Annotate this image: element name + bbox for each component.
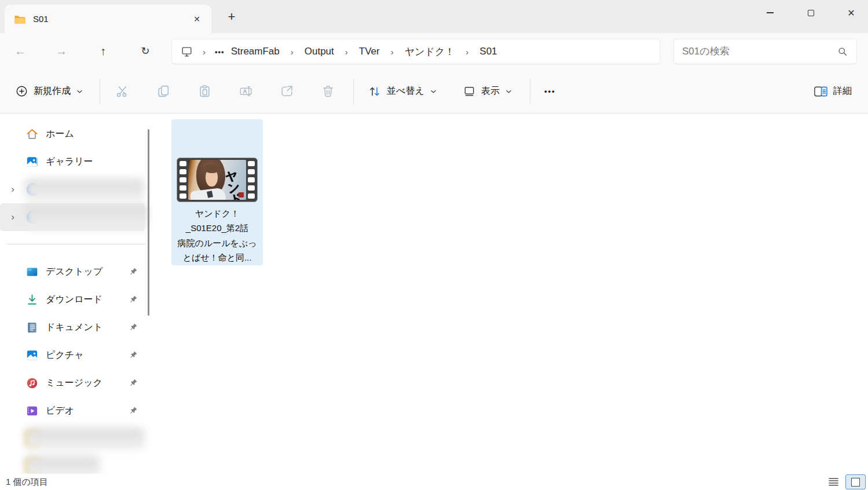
back-button[interactable]: ← [10,41,31,61]
trash-icon [321,84,335,98]
sort-button-label: 並べ替え [387,85,424,97]
sidebar-item-videos[interactable]: ビデオ [0,397,153,425]
pin-icon [129,323,138,331]
scissors-icon [115,84,130,98]
pin-icon [129,406,138,415]
pin-icon [129,295,138,303]
redacted-label [24,204,149,230]
sidebar-scrollbar[interactable] [148,129,149,316]
plus-circle-icon [15,85,28,98]
details-pane-button[interactable]: 詳細 [808,81,858,103]
rename-button[interactable] [232,78,259,105]
breadcrumb[interactable]: › ••• StreamFab › Output › TVer › ヤンドク！ … [171,39,660,64]
view-button[interactable]: 表示 [457,80,518,103]
monitor-icon[interactable] [180,45,193,58]
breadcrumb-separator: › [291,47,294,57]
new-button[interactable]: 新規作成 [9,80,89,103]
up-button[interactable]: ↑ [93,41,113,61]
title-bar: S01 ✕ + ✕ [0,0,868,33]
redacted-label [24,178,145,200]
sidebar-item-home[interactable]: ホーム [0,120,153,148]
breadcrumb-item-tver[interactable]: TVer [356,44,383,59]
desktop-icon [25,265,39,279]
details-pane-icon [814,85,828,98]
sidebar-item-label: ドキュメント [46,321,102,334]
search-box [673,39,857,64]
thumbnail-view-icon [851,478,860,487]
rename-icon [239,84,253,98]
toolbar-divider [100,79,100,104]
chevron-right-icon[interactable]: › [6,175,20,203]
view-toggles [826,474,866,489]
breadcrumb-separator: › [391,47,394,57]
sidebar-item-label: ミュージック [46,377,102,389]
navigation-pane: ホーム ギャラリー › › [0,114,153,474]
sidebar-item-downloads[interactable]: ダウンロード [0,286,153,313]
breadcrumb-separator: › [345,47,348,57]
thumbnail-stamp [239,192,244,198]
sidebar-item-folder-redacted[interactable] [0,425,153,452]
sidebar-item-cloud-redacted-selected[interactable]: › [0,203,145,231]
file-explorer-window: S01 ✕ + ✕ ← → ↑ ↻ › ••• StreamFab › Outp… [0,0,868,490]
redacted-label [24,427,145,449]
tab-title: S01 [33,14,188,24]
toolbar-divider [530,79,530,104]
sort-button[interactable]: 並べ替え [362,80,443,103]
sidebar-item-gallery[interactable]: ギャラリー [0,148,153,175]
breadcrumb-item-output[interactable]: Output [302,44,337,59]
view-layout-icon [463,85,476,98]
tab-close-icon[interactable]: ✕ [188,10,206,28]
gallery-icon [25,155,39,169]
toolbar-divider [353,79,354,104]
search-input[interactable] [682,46,837,57]
breadcrumb-item-streamfab[interactable]: StreamFab [228,44,283,59]
breadcrumb-item-s01[interactable]: S01 [477,44,500,59]
new-tab-button[interactable]: + [222,8,241,26]
breadcrumb-item-yandoku[interactable]: ヤンドク！ [402,43,458,60]
chevron-down-icon [430,89,437,94]
chevron-down-icon [76,89,83,94]
paste-button[interactable] [191,78,218,105]
sidebar-item-desktop[interactable]: デスクトップ [0,258,153,286]
cut-button[interactable] [108,78,136,105]
list-view-button[interactable] [826,474,841,489]
sidebar-item-label: ダウンロード [46,294,102,306]
sidebar-divider [7,244,146,244]
command-bar: 新規作成 [0,70,868,114]
share-icon [280,84,294,98]
minimize-button[interactable] [757,0,783,25]
file-list-area[interactable]: ヤンドク ヤンドク！ _S01E20_第2話 病院のルールをぶっ とばせ！命と同… [153,114,868,474]
share-button[interactable] [273,78,301,105]
video-thumbnail: ヤンドク [177,158,258,202]
folder-icon [14,14,26,24]
refresh-button[interactable]: ↻ [135,41,156,61]
sidebar-item-folder-redacted[interactable] [0,452,153,474]
copy-button[interactable] [149,78,177,105]
chevron-right-icon[interactable]: › [6,203,20,231]
explorer-tab[interactable]: S01 ✕ [5,5,211,33]
forward-button[interactable]: → [51,41,72,61]
thumbnail-view-button-active[interactable] [845,474,866,489]
search-icon[interactable] [837,46,848,57]
delete-button[interactable] [314,78,342,105]
sidebar-item-pictures[interactable]: ピクチャ [0,341,153,369]
file-name-line: _S01E20_第2話 [173,221,261,235]
sidebar-item-music[interactable]: ミュージック [0,369,153,397]
sidebar-item-label: ピクチャ [46,349,84,361]
breadcrumb-separator: › [203,47,206,57]
more-options-button[interactable]: ••• [537,79,563,104]
item-count: 1 個の項目 [6,477,48,488]
file-name: ヤンドク！ _S01E20_第2話 病院のルールをぶっ とばせ！命と同... [173,206,261,265]
sidebar-item-label: ホーム [46,128,74,140]
breadcrumb-separator: › [466,47,468,57]
file-item-selected[interactable]: ヤンドク ヤンドク！ _S01E20_第2話 病院のルールをぶっ とばせ！命と同… [171,119,263,265]
sidebar-item-documents[interactable]: ドキュメント [0,313,153,341]
breadcrumb-overflow-button[interactable]: ••• [215,47,225,56]
clipboard-icon [197,84,212,98]
sidebar-item-cloud-redacted[interactable]: › [0,175,153,203]
view-button-label: 表示 [481,85,500,97]
new-button-label: 新規作成 [34,85,71,97]
thumbnail-image: ヤンドク [188,160,246,200]
maximize-button[interactable] [797,0,824,25]
close-button[interactable]: ✕ [838,0,865,25]
